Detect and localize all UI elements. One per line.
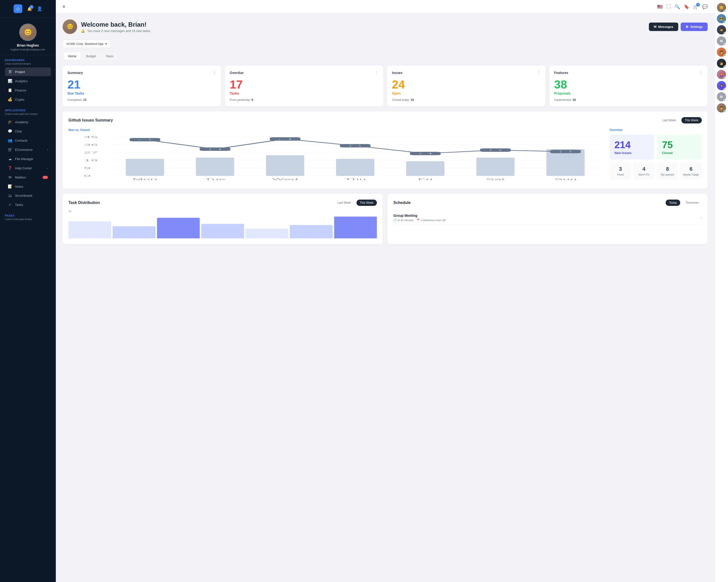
settings-button[interactable]: ⚙ Settings [681,23,708,31]
card-summary-menu[interactable]: ⋮ [212,70,216,75]
sidebar-item-scrumboard[interactable]: 🗂 Scrumboard [5,191,51,200]
messages-icon[interactable]: 💬 [702,4,708,9]
tab-home[interactable]: Home [63,53,81,60]
svg-rect-12 [126,159,164,176]
meeting-arrow[interactable]: › [701,216,702,220]
welcome-section: 😊 Welcome back, Brian! 🔔 You have 2 new … [62,20,708,34]
svg-point-33 [140,139,150,141]
svg-text:36: 36 [84,144,98,146]
github-lastweek-btn[interactable]: Last Week [659,117,679,123]
card-features: Features ⋮ 38 Proposals Implemented: 16 [549,65,708,107]
sidebar: ◇ 🔔 3 👤 😊 Brian Hughes hughes.brian@comp… [0,0,56,582]
card-issues-number: 24 [392,79,541,90]
schedule-today-btn[interactable]: Today [666,200,680,206]
top-bar: ≡ 🇺🇸 ⛶ 🔍 🔖 🛒 5 💬 [56,0,714,13]
welcome-subtitle: 🔔 You have 2 new messages and 15 new tas… [81,29,152,33]
sidebar-item-filemanager[interactable]: ☁ File Manager [5,155,51,163]
fixed-number: 3 [612,166,629,172]
sidebar-item-analytics[interactable]: 📊 Analytics [5,77,51,85]
sidebar-item-chat[interactable]: 💬 Chat [5,127,51,136]
search-icon[interactable]: 🔍 [675,4,680,9]
tab-team[interactable]: Team [101,53,118,60]
right-avatar-4[interactable]: M [717,36,726,46]
sidebar-item-contacts[interactable]: 👥 Contacts [5,136,51,145]
right-avatar-9[interactable]: M [717,92,726,101]
flag-icon[interactable]: 🇺🇸 [657,4,662,9]
schedule-item-group-meeting: Group Meeting 🕐 in 32 minutes 📍 Conferen… [393,211,702,225]
right-avatar-1[interactable]: 😊 [717,3,726,12]
new-issues-label: New Issues [615,151,632,155]
hamburger-menu[interactable]: ≡ [62,4,65,9]
svg-text:45: 45 [84,136,98,138]
main-wrapper: ≡ 🇺🇸 ⛶ 🔍 🔖 🛒 5 💬 😊 Welcome back, Brian! … [56,0,714,582]
right-avatar-8[interactable]: 👩‍🦱 [717,81,726,90]
right-avatar-7[interactable]: 👩‍🦰 [717,70,726,79]
academy-icon: 🎓 [8,120,12,124]
sidebar-item-ecommerce[interactable]: 🛒 ECommerce › [5,145,51,154]
tab-budget[interactable]: Budget [82,53,101,60]
sidebar-item-label-scrumboard: Scrumboard [15,194,32,197]
user-search-icon[interactable]: 👤 [37,6,42,11]
svg-point-38 [490,149,501,151]
github-section: Github Issues Summary Last Week This Wee… [62,111,708,189]
bookmark-icon[interactable]: 🔖 [684,4,689,9]
meeting-meta: 🕐 in 32 minutes 📍 Conference room 1B [393,219,445,222]
welcome-title: Welcome back, Brian! [81,21,152,28]
location-icon: 📍 [416,219,420,222]
project-icon: ☰ [8,70,12,74]
task-lastweek-btn[interactable]: Last Week [334,200,354,206]
user-name: Brian Hughes [17,44,39,47]
wontfix-label: Won't Fix [635,173,652,176]
messages-button[interactable]: ✉ Messages [649,23,678,31]
sidebar-item-finance[interactable]: 📋 Finance [5,86,51,94]
contacts-icon: 👥 [8,138,12,143]
ecommerce-arrow: › [47,148,48,151]
card-features-menu[interactable]: ⋮ [699,70,703,75]
dropdown-arrow-icon: ▾ [105,42,107,46]
sidebar-item-academy[interactable]: 🎓 Academy [5,118,51,126]
cart-icon[interactable]: 🛒 5 [693,4,698,9]
sidebar-item-helpcenter[interactable]: ❓ Help Center › [5,164,51,172]
logo-icon: ◇ [14,4,22,13]
mini-card-fixed: 3 Fixed [609,163,631,179]
sidebar-item-notes[interactable]: 📝 Notes [5,182,51,191]
app-selector[interactable]: ACME Corp. Backend App ▾ [62,40,111,48]
right-avatar-10[interactable]: 🧑‍🦱 [717,103,726,113]
mailbox-badge: 27 [43,176,48,179]
task-max-label: 40 [69,210,377,213]
notification-icon[interactable]: 🔔 3 [27,6,32,11]
card-features-label: Proposals [554,91,703,95]
svg-point-34 [210,148,220,150]
sidebar-item-tasks[interactable]: ✓ Tasks [5,200,51,209]
settings-btn-icon: ⚙ [685,25,688,29]
right-avatar-2[interactable]: 😎 [717,14,726,23]
right-avatar-3[interactable]: 🧔 [717,25,726,34]
new-issues-number: 214 [615,139,631,150]
right-panel: 😊 😎 🧔 M 👩 🧑 👩‍🦰 👩‍🦱 M 🧑‍🦱 [714,0,728,582]
sidebar-item-crypto[interactable]: 💰 Crypto [5,95,51,104]
dashboards-label: DASHBOARDS [5,59,51,62]
card-overdue-menu[interactable]: ⋮ [374,70,378,75]
right-avatar-5[interactable]: 👩 [717,48,726,57]
triage-label: Needs Triage [683,173,699,176]
bar-5 [245,229,288,239]
svg-text:Fri: Fri [418,178,433,181]
svg-rect-16 [406,161,445,176]
task-dist-title: Task Distribution [69,200,100,205]
card-features-number: 38 [554,79,703,90]
sidebar-item-mailbox[interactable]: ✉ Mailbox 27 [5,173,51,182]
sidebar-item-project[interactable]: ☰ Project [5,67,51,76]
right-avatar-6[interactable]: 🧑 [717,59,726,68]
svg-rect-17 [476,158,515,176]
card-issues-menu[interactable]: ⋮ [537,70,541,75]
card-features-footer: Implemented: 16 [554,98,703,102]
summary-cards: Summary ⋮ 21 Due Tasks Completed: 13 Ove… [62,65,708,107]
github-thisweek-btn[interactable]: This Week [681,117,702,123]
card-features-title: Features [554,71,568,75]
github-chart-area: New vs. Closed 45 36 27 18 9 0 [69,128,604,183]
fullscreen-icon[interactable]: ⛶ [666,4,671,9]
schedule-tomorrow-btn[interactable]: Tomorrow [682,200,702,206]
task-thisweek-btn[interactable]: This Week [357,200,377,206]
finance-icon: 📋 [8,88,12,92]
svg-text:Mon: Mon [132,178,157,181]
